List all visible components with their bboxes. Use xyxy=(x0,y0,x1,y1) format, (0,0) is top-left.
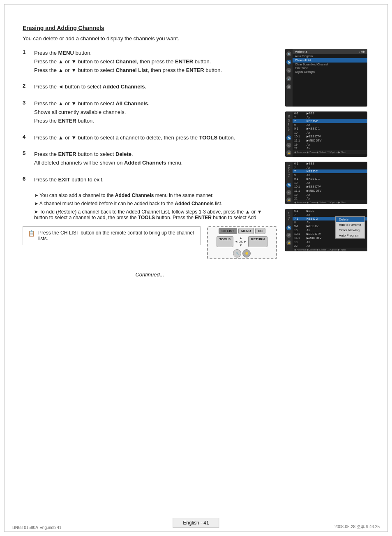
popup-delete: Delete xyxy=(336,217,364,222)
step-3-number: 3 xyxy=(23,100,29,125)
tip-1: You can also add a channel to the Added … xyxy=(34,193,277,198)
step-4: 4 Press the ▲ or ▼ button to select a ch… xyxy=(23,134,277,142)
step-2: 2 Press the ◄ button to select Added Cha… xyxy=(23,83,277,91)
step-5-number: 5 xyxy=(23,150,29,167)
step-1-number: 1 xyxy=(23,49,29,74)
screen-4: All Ch. 📡 ⚙ 🔒 6-1▶SBS 7Air 7-1KBS D-2 8A… xyxy=(285,209,369,251)
screen1-channel-list: Channel List xyxy=(293,58,367,63)
popup-auto-program: Auto Program xyxy=(336,233,364,238)
screen-3: Added Ch. 📡 ⚙ 🔒 6-1▶SBS 7Air 7KBS D-2 9A… xyxy=(285,162,369,204)
intro-text: You can delete or add a channel to displ… xyxy=(23,35,369,42)
note-text: Press the CH LIST button on the remote c… xyxy=(38,230,195,241)
step-6: 6 Press the EXIT button to exit. xyxy=(23,176,277,184)
chlst-button: CH LIST xyxy=(219,228,237,234)
popup-timer-viewing: Timer Viewing xyxy=(336,227,364,233)
right-screens: 🔍 📡 ⚙ 🔊 🖼 Antenna : Air Auto Program xyxy=(285,49,369,278)
screen1-menu-label: Antenna xyxy=(295,50,307,53)
screen1-antenna-val: : Air xyxy=(359,50,365,53)
step-4-content: Press the ▲ or ▼ button to select a chan… xyxy=(34,134,235,142)
continued-text: Continued... xyxy=(23,271,277,278)
tools-button: TOOLS xyxy=(217,236,233,247)
return-button: RETURN xyxy=(248,236,267,247)
cc-button: CC xyxy=(255,228,266,234)
step-4-number: 4 xyxy=(23,134,29,142)
note-icon: 📋 xyxy=(28,230,35,241)
delete-popup: Delete Add to Favorite Timer Viewing Aut… xyxy=(335,216,365,239)
remote-graphic: CH LIST MENU CC TOOLS ▲ ◄ OK ► xyxy=(207,226,277,259)
tip-2: A channel must be deleted before it can … xyxy=(34,201,277,207)
step-3-content: Press the ▲ or ▼ button to select All Ch… xyxy=(34,100,150,125)
step-1-content: Press the MENU button. Press the ▲ or ▼ … xyxy=(34,49,222,74)
step-5: 5 Press the ENTER button to select Delet… xyxy=(23,150,277,167)
step-3: 3 Press the ▲ or ▼ button to select All … xyxy=(23,100,277,125)
screen-2: All Channels 📡 ⚙ 🔒 6-1▶SBS 7Air 7KBS D-2… xyxy=(285,111,369,157)
step-6-number: 6 xyxy=(23,176,29,184)
smile-oval: 🙂 xyxy=(242,249,251,258)
step-1: 1 Press the MENU button. Press the ▲ or … xyxy=(23,49,277,74)
popup-add-favorite: Add to Favorite xyxy=(336,222,364,227)
page-title: Erasing and Adding Channels xyxy=(23,25,104,31)
menu-button: MENU xyxy=(238,228,254,234)
tools-oval: 🔧 xyxy=(233,249,241,258)
step-5-content: Press the ENTER button to select Delete.… xyxy=(34,150,182,167)
footer-date: 2008-05-28 오후 9:43:25 xyxy=(334,524,380,530)
tip-3: To Add (Restore) a channel back to the A… xyxy=(34,209,277,220)
step-2-number: 2 xyxy=(23,83,29,91)
step-6-content: Press the EXIT button to exit. xyxy=(34,176,104,184)
step-2-content: Press the ◄ button to select Added Chann… xyxy=(34,83,146,91)
screen-1: 🔍 📡 ⚙ 🔊 🖼 Antenna : Air Auto Program xyxy=(285,49,369,107)
page-number: English - 41 xyxy=(173,518,219,528)
note-box: 📋 Press the CH LIST button on the remote… xyxy=(23,226,201,245)
footer-left: BN68-01580A-Eng.indb 41 xyxy=(12,525,62,530)
